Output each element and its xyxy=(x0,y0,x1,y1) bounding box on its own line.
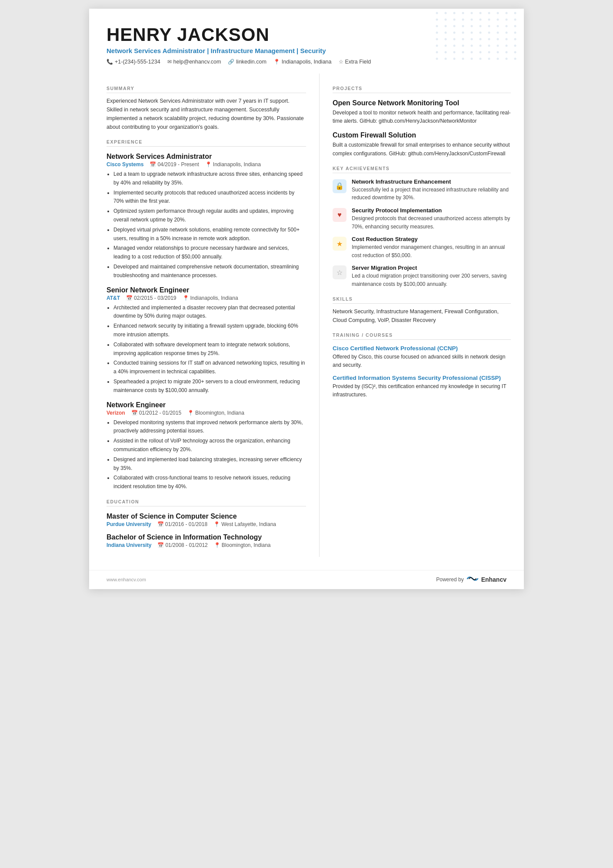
achievement-item-3: ★ Cost Reduction Strategy Implemented ve… xyxy=(333,236,511,259)
achievement-icon-3: ★ xyxy=(333,237,346,251)
training-title-1: Cisco Certified Network Professional (CC… xyxy=(333,345,511,352)
achievement-item-1: 🔒 Network Infrastructure Enhancement Suc… xyxy=(333,178,511,202)
job-dates-2: 📅 02/2015 - 03/2019 xyxy=(126,295,176,301)
edu-cal-icon-1: 📅 xyxy=(157,521,164,527)
bullet-1-6: Developed and maintained comprehensive n… xyxy=(113,263,306,280)
project-title-1: Open Source Network Monitoring Tool xyxy=(333,99,511,107)
job-location-2: 📍 Indianapolis, Indiana xyxy=(183,295,238,301)
job-meta-2: AT&T 📅 02/2015 - 03/2019 📍 Indianapolis,… xyxy=(107,295,306,301)
linkedin-text: linkedin.com xyxy=(236,59,266,65)
job-company-1: Cisco Systems xyxy=(107,161,143,168)
school-1: Purdue University xyxy=(107,521,151,527)
pin-icon-2: 📍 xyxy=(183,295,189,301)
edu-meta-1: Purdue University 📅 01/2016 - 01/2018 📍 … xyxy=(107,521,306,527)
phone-icon: 📞 xyxy=(107,59,113,65)
bullet-3-2: Assisted in the rollout of VoIP technolo… xyxy=(113,437,306,454)
achievement-title-4: Server Migration Project xyxy=(352,265,511,271)
project-desc-1: Developed a tool to monitor network heal… xyxy=(333,109,511,125)
achievement-content-2: Security Protocol Implementation Designe… xyxy=(352,207,511,231)
achievement-item-2: ♥ Security Protocol Implementation Desig… xyxy=(333,207,511,231)
location-icon: 📍 xyxy=(273,59,280,65)
achievements-section-title: KEY ACHIEVEMENTS xyxy=(333,166,511,173)
contact-extra: ☆ Extra Field xyxy=(339,59,371,65)
pin-icon-3: 📍 xyxy=(187,410,194,416)
achievement-title-2: Security Protocol Implementation xyxy=(352,207,511,214)
achievement-desc-3: Implemented vendor management changes, r… xyxy=(352,243,511,259)
header: HENRY JACKSON Network Services Administr… xyxy=(89,9,524,74)
job-bullets-1: Led a team to upgrade network infrastruc… xyxy=(107,170,306,280)
job-dates-1: 📅 04/2019 - Present xyxy=(150,161,199,168)
bullet-2-5: Spearheaded a project to migrate 200+ se… xyxy=(113,378,306,395)
footer-website: www.enhancv.com xyxy=(107,577,146,582)
achievement-icon-4: ☆ xyxy=(333,265,346,279)
training-section-title: TRAINING / COURSES xyxy=(333,332,511,340)
summary-section-title: SUMMARY xyxy=(107,86,306,93)
phone-text: +1-(234)-555-1234 xyxy=(115,59,160,65)
bullet-1-5: Managed vendor relationships to procure … xyxy=(113,244,306,261)
edu-pin-icon-1: 📍 xyxy=(213,521,220,527)
job-meta-1: Cisco Systems 📅 04/2019 - Present 📍 Indi… xyxy=(107,161,306,168)
location-text: Indianapolis, Indiana xyxy=(282,59,332,65)
job-meta-3: Verizon 📅 01/2012 - 01/2015 📍 Bloomingto… xyxy=(107,410,306,416)
job-title-2: Senior Network Engineer xyxy=(107,286,306,294)
bullet-1-1: Led a team to upgrade network infrastruc… xyxy=(113,170,306,188)
job-title-3: Network Engineer xyxy=(107,401,306,409)
brand-logo xyxy=(466,575,479,585)
job-bullets-2: Architected and implemented a disaster r… xyxy=(107,304,306,395)
achievement-title-3: Cost Reduction Strategy xyxy=(352,236,511,242)
candidate-name: HENRY JACKSON xyxy=(107,24,506,45)
achievement-desc-1: Successfully led a project that increase… xyxy=(352,186,511,202)
calendar-icon-2: 📅 xyxy=(126,295,133,301)
footer: www.enhancv.com Powered by Enhancv xyxy=(89,570,524,589)
training-desc-1: Offered by Cisco, this course focused on… xyxy=(333,353,511,369)
edu-meta-2: Indiana University 📅 01/2008 - 01/2012 📍… xyxy=(107,542,306,548)
achievement-icon-1: 🔒 xyxy=(333,179,346,193)
school-2: Indiana University xyxy=(107,542,151,548)
achievement-desc-4: Led a cloud migration project transition… xyxy=(352,272,511,288)
skills-section-title: SKILLS xyxy=(333,296,511,304)
degree-1: Master of Science in Computer Science xyxy=(107,513,306,520)
summary-text: Experienced Network Services Administrat… xyxy=(107,97,306,131)
calendar-icon-3: 📅 xyxy=(131,410,138,416)
project-desc-2: Built a customizable firewall for small … xyxy=(333,141,511,158)
bullet-3-4: Collaborated with cross-functional teams… xyxy=(113,474,306,491)
bullet-3-3: Designed and implemented load balancing … xyxy=(113,456,306,473)
calendar-icon-1: 📅 xyxy=(150,161,156,168)
contact-email: ✉ help@enhancv.com xyxy=(167,59,221,65)
bullet-2-2: Enhanced network security by initiating … xyxy=(113,322,306,339)
edu-cal-icon-2: 📅 xyxy=(157,542,164,548)
achievement-content-1: Network Infrastructure Enhancement Succe… xyxy=(352,178,511,202)
achievement-item-4: ☆ Server Migration Project Led a cloud m… xyxy=(333,265,511,288)
contact-bar: 📞 +1-(234)-555-1234 ✉ help@enhancv.com 🔗… xyxy=(107,59,506,65)
job-location-3: 📍 Bloomington, Indiana xyxy=(187,410,244,416)
body-container: SUMMARY Experienced Network Services Adm… xyxy=(89,74,524,570)
bullet-2-1: Architected and implemented a disaster r… xyxy=(113,304,306,321)
contact-location: 📍 Indianapolis, Indiana xyxy=(273,59,332,65)
projects-section-title: PROJECTS xyxy=(333,86,511,93)
linkedin-icon: 🔗 xyxy=(228,59,234,65)
bullet-2-4: Conducted training sessions for IT staff… xyxy=(113,359,306,376)
star-icon: ☆ xyxy=(339,59,343,65)
pin-icon-1: 📍 xyxy=(205,161,212,168)
achievement-content-4: Server Migration Project Led a cloud mig… xyxy=(352,265,511,288)
candidate-title: Network Services Administrator | Infrast… xyxy=(107,47,506,54)
email-text: help@enhancv.com xyxy=(173,59,221,65)
experience-section-title: EXPERIENCE xyxy=(107,139,306,147)
achievement-icon-2: ♥ xyxy=(333,208,346,222)
job-location-1: 📍 Indianapolis, Indiana xyxy=(205,161,261,168)
job-dates-3: 📅 01/2012 - 01/2015 xyxy=(131,410,181,416)
achievement-desc-2: Designed protocols that decreased unauth… xyxy=(352,214,511,231)
edu-loc-2: 📍 Bloomington, Indiana xyxy=(214,542,271,548)
bullet-1-4: Deployed virtual private network solutio… xyxy=(113,226,306,243)
powered-by-text: Powered by xyxy=(436,576,463,583)
job-title-1: Network Services Administrator xyxy=(107,153,306,161)
edu-dates-1: 📅 01/2016 - 01/2018 xyxy=(157,521,207,527)
edu-dates-2: 📅 01/2008 - 01/2012 xyxy=(157,542,207,548)
degree-2: Bachelor of Science in Information Techn… xyxy=(107,533,306,541)
contact-phone: 📞 +1-(234)-555-1234 xyxy=(107,59,160,65)
education-section-title: EDUCATION xyxy=(107,499,306,506)
achievement-title-1: Network Infrastructure Enhancement xyxy=(352,178,511,185)
skills-text: Network Security, Infrastructure Managem… xyxy=(333,307,511,325)
footer-brand: Powered by Enhancv xyxy=(436,575,506,585)
job-company-3: Verizon xyxy=(107,410,125,416)
